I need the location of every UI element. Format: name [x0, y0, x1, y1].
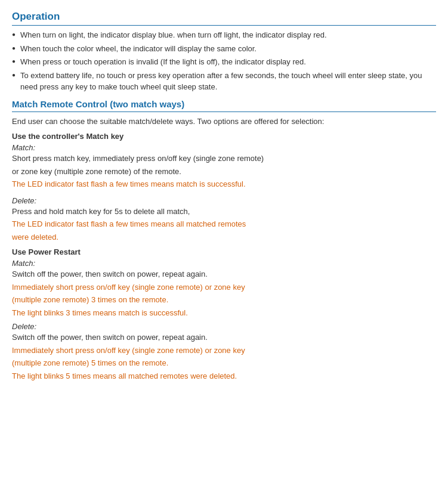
match-remote-title: Match Remote Control (two match ways): [12, 99, 436, 112]
controller-match-label: Match:: [12, 143, 436, 152]
bullet-4: To extend battery life, no touch or pres…: [12, 70, 436, 93]
power-restart-label: Use Power Restart: [12, 247, 436, 256]
power-restart-block: Use Power Restart Match: Switch off the …: [12, 247, 436, 382]
controller-delete-orange-1: The LED indicator fast flash a few times…: [12, 218, 436, 230]
bullet-2: When touch the color wheel, the indicato…: [12, 43, 436, 55]
bullet-1: When turn on light, the indicator displa…: [12, 29, 436, 41]
controller-match-black-1: Short press match key, immediately press…: [12, 153, 436, 165]
controller-key-label: Use the controller's Match key: [12, 132, 436, 141]
power-delete-label: Delete:: [12, 322, 436, 331]
bullet-3: When press or touch operation is invalid…: [12, 56, 436, 68]
power-delete-orange-3: The light blinks 5 times means all match…: [12, 370, 436, 382]
match-intro: End user can choose the suitable match/d…: [12, 116, 436, 128]
match-remote-section: Match Remote Control (two match ways) En…: [12, 99, 436, 382]
power-match-orange-1: Immediately short press on/off key (sing…: [12, 281, 436, 293]
power-delete-black-1: Switch off the power, then switch on pow…: [12, 332, 436, 343]
operation-section: Operation When turn on light, the indica…: [12, 11, 436, 93]
power-match-label: Match:: [12, 259, 436, 268]
power-delete-orange-2: (multiple zone remote) 5 times on the re…: [12, 357, 436, 369]
power-delete-orange-1: Immediately short press on/off key (sing…: [12, 345, 436, 357]
power-delete-block: Delete: Switch off the power, then switc…: [12, 322, 436, 382]
operation-title: Operation: [12, 11, 436, 26]
controller-match-black-2: or zone key (multiple zone remote) of th…: [12, 166, 436, 178]
power-match-black-1: Switch off the power, then switch on pow…: [12, 268, 436, 280]
controller-delete-black-1: Press and hold match key for 5s to delet…: [12, 206, 436, 218]
controller-delete-label: Delete:: [12, 196, 436, 205]
power-match-orange-2: (multiple zone remote) 3 times on the re…: [12, 294, 436, 306]
controller-match-orange: The LED indicator fast flash a few times…: [12, 178, 436, 190]
controller-key-block: Use the controller's Match key Match: Sh…: [12, 132, 436, 243]
controller-delete-block: Delete: Press and hold match key for 5s …: [12, 196, 436, 243]
operation-bullets: When turn on light, the indicator displa…: [12, 29, 436, 93]
power-match-orange-3: The light blinks 3 times means match is …: [12, 307, 436, 319]
controller-delete-orange-2: were deleted.: [12, 231, 436, 243]
